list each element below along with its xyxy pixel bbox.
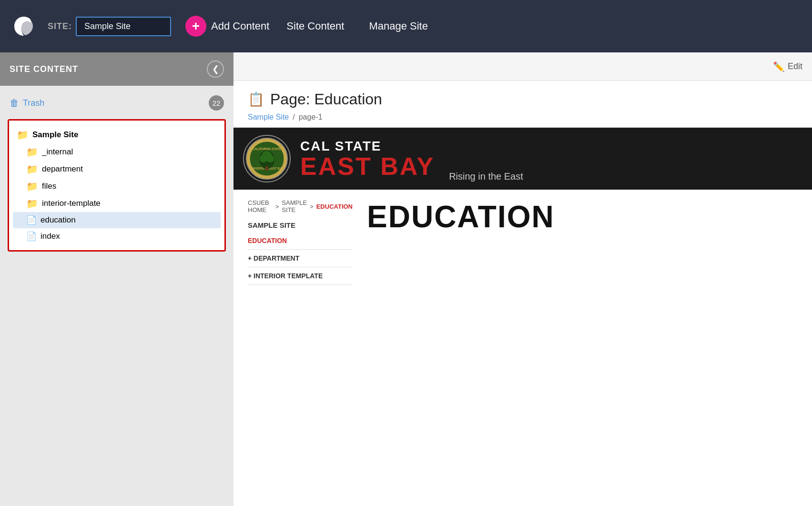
education-heading: EDUCATION: [367, 200, 555, 234]
page-icon: 📋: [248, 91, 264, 107]
pencil-icon: ✏️: [773, 61, 785, 72]
site-name-display[interactable]: Sample Site: [76, 17, 171, 36]
tree-item-label: index: [41, 232, 60, 241]
folder-icon: 📁: [26, 146, 38, 158]
trash-row: 🗑 Trash 22: [8, 95, 226, 111]
folder-icon: 📁: [26, 198, 38, 209]
edit-label: Edit: [788, 61, 802, 71]
document-icon: 📄: [26, 215, 37, 225]
tree-item-internal[interactable]: 📁 _internal: [13, 143, 221, 161]
tree-item-label: _internal: [42, 147, 73, 157]
main-layout: SITE CONTENT ❮ 🗑 Trash 22 📁 Sample Site: [0, 52, 812, 506]
nav-divider: [248, 249, 353, 250]
university-banner: CALIFORNIA STATE UNIVERSITY EAST BAY CAL…: [233, 128, 812, 190]
left-nav-title: SAMPLE SITE: [248, 221, 353, 229]
site-label-text: SITE:: [48, 21, 72, 31]
tree-item-files[interactable]: 📁 files: [13, 178, 221, 195]
tree-item-interior-template[interactable]: 📁 interior-template: [13, 195, 221, 212]
plus-icon: +: [185, 16, 206, 37]
folder-icon: 📁: [17, 129, 29, 141]
breadcrumb-sep1: >: [275, 203, 279, 210]
left-nav-item-education[interactable]: EDUCATION: [248, 234, 353, 247]
edit-button[interactable]: ✏️ Edit: [773, 61, 802, 72]
content-toolbar: ✏️ Edit: [233, 52, 812, 81]
trash-icon: 🗑: [10, 98, 19, 109]
tree-item-label: interior-template: [42, 199, 101, 208]
top-navigation: SITE: Sample Site + Add Content Site Con…: [0, 0, 812, 52]
document-icon: 📄: [26, 231, 37, 242]
breadcrumb-sep2: >: [310, 203, 314, 210]
left-nav-expand-interior[interactable]: + INTERIOR TEMPLATE: [248, 269, 353, 283]
sidebar-title: SITE CONTENT: [10, 64, 78, 74]
page-breadcrumb-trail: CSUEB HOME > SAMPLE SITE > EDUCATION: [248, 199, 353, 213]
left-nav-expand-department[interactable]: + DEPARTMENT: [248, 252, 353, 265]
tree-item-sample-site[interactable]: 📁 Sample Site: [13, 126, 221, 143]
nav-divider: [248, 267, 353, 267]
breadcrumb-active: EDUCATION: [316, 203, 353, 210]
breadcrumb-site: SAMPLE SITE: [282, 199, 307, 213]
tree-item-label: education: [41, 215, 76, 225]
svg-text:CALIFORNIA STATE: CALIFORNIA STATE: [253, 147, 281, 151]
file-tree: 📁 Sample Site 📁 _internal 📁 department 📁…: [8, 119, 226, 252]
banner-cal-state: CAL STATE: [300, 139, 435, 154]
banner-text: CAL STATE EAST BAY: [300, 139, 435, 179]
sidebar: SITE CONTENT ❮ 🗑 Trash 22 📁 Sample Site: [0, 52, 233, 506]
university-seal: CALIFORNIA STATE UNIVERSITY EAST BAY: [243, 135, 291, 182]
content-header: 📋 Page: Education Sample Site / page-1: [233, 81, 812, 128]
manage-site-link[interactable]: Manage Site: [361, 20, 436, 32]
left-navigation: CSUEB HOME > SAMPLE SITE > EDUCATION SAM…: [248, 199, 353, 287]
tree-item-department[interactable]: 📁 department: [13, 161, 221, 178]
tree-item-label: department: [42, 164, 83, 174]
svg-point-7: [260, 155, 267, 162]
add-content-button[interactable]: + Add Content: [185, 16, 269, 37]
site-selector: SITE: Sample Site: [48, 17, 171, 36]
page-body: CSUEB HOME > SAMPLE SITE > EDUCATION SAM…: [233, 190, 812, 296]
add-content-label: Add Content: [211, 20, 269, 32]
collapse-sidebar-button[interactable]: ❮: [207, 61, 224, 78]
content-area: ✏️ Edit 📋 Page: Education Sample Site / …: [233, 52, 812, 506]
svg-point-8: [266, 155, 274, 162]
page-title-row: 📋 Page: Education: [248, 91, 798, 108]
sidebar-header: SITE CONTENT ❮: [0, 52, 233, 86]
tree-item-index[interactable]: 📄 index: [13, 228, 221, 244]
svg-rect-5: [265, 166, 268, 171]
breadcrumb-home: CSUEB HOME: [248, 199, 273, 213]
main-content-body: EDUCATION: [367, 199, 798, 287]
sidebar-content: 🗑 Trash 22 📁 Sample Site 📁 _internal 📁: [0, 86, 233, 506]
folder-icon: 📁: [26, 163, 38, 175]
breadcrumb: Sample Site / page-1: [248, 113, 798, 121]
breadcrumb-page: page-1: [299, 113, 323, 121]
banner-tagline: Rising in the East: [449, 171, 523, 185]
trash-link[interactable]: 🗑 Trash: [10, 98, 44, 109]
trash-count-badge: 22: [209, 95, 224, 111]
tree-item-label: files: [42, 182, 56, 191]
folder-icon: 📁: [26, 181, 38, 192]
breadcrumb-site-link[interactable]: Sample Site: [248, 113, 289, 121]
page-title: Page: Education: [270, 91, 382, 108]
breadcrumb-separator: /: [293, 113, 294, 121]
app-logo[interactable]: [10, 12, 38, 40]
nav-divider: [248, 284, 353, 285]
banner-east-bay: EAST BAY: [300, 154, 435, 179]
tree-item-education[interactable]: 📄 education: [13, 212, 221, 228]
trash-label: Trash: [23, 98, 44, 108]
tree-item-label: Sample Site: [32, 130, 78, 140]
site-content-link[interactable]: Site Content: [279, 20, 352, 32]
